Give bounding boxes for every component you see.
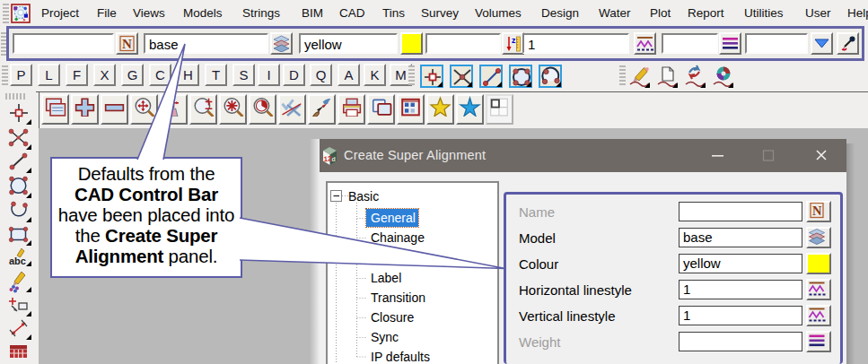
svg-text:z: z bbox=[512, 36, 516, 45]
svg-text:N: N bbox=[812, 204, 822, 218]
svg-text:d: d bbox=[332, 156, 336, 162]
svg-text:N: N bbox=[122, 37, 132, 51]
svg-text:abc: abc bbox=[9, 256, 26, 266]
